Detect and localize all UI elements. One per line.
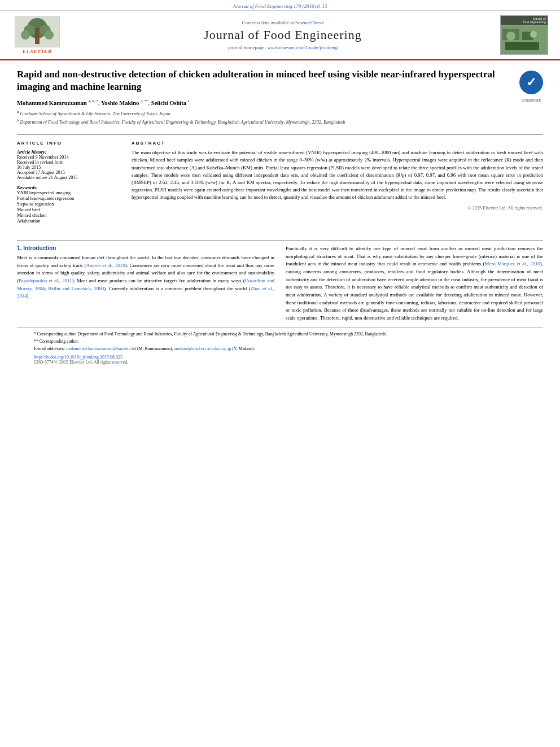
crossmark-icon: ✓ [519,71,543,94]
svg-rect-2 [35,28,40,44]
crossmark-badge[interactable]: ✓ [519,71,543,94]
ref-meza[interactable]: Meza-Márquez et al., 2010 [484,261,540,267]
author-2: Yoshio Makino [101,100,139,106]
keyword-2: Partial least-squares regression [17,196,121,201]
footnote-2: ** Corresponding author. [34,339,526,345]
article-title-section: Rapid and non-destructive detection of c… [17,68,543,129]
svg-rect-10 [505,42,539,50]
journal-top-bar: Journal of Food Engineering 170 (2016) 8… [0,0,560,11]
journal-cover-area: journal offood engineering [500,15,551,55]
ref-andree[interactable]: Andrée et al., 2010 [86,263,125,268]
journal-header: ELSEVIER Contents lists available at Sci… [0,11,560,60]
article-info-column: ARTICLE INFO Article history: Received 9… [17,141,121,224]
elsevier-logo: ELSEVIER [9,16,65,54]
history-label: Article history: [17,149,121,155]
elsevier-logo-area: ELSEVIER [9,16,65,54]
article-title: Rapid and non-destructive detection of c… [17,68,514,93]
journal-title: Journal of Food Engineering [71,28,495,42]
affiliation-1: a Graduate School of Agricultural & Life… [17,110,514,117]
abstract-text: The main objective of this study was to … [132,149,543,201]
footnote-3: E-mail addresses: mohammed.kamruzzaman@b… [34,346,526,352]
section-divider-1 [17,134,543,135]
svg-text:✓: ✓ [526,75,536,89]
article-history: Article history: Received 9 November 201… [17,149,121,180]
article-title-text: Rapid and non-destructive detection of c… [17,68,514,129]
received-date: Received 9 November 2014 [17,155,121,160]
sciencedirect-link[interactable]: ScienceDirect [295,20,323,25]
page-wrapper: Journal of Food Engineering 170 (2016) 8… [0,0,560,374]
introduction-heading: 1. Introduction [17,245,274,251]
copyright-line: © 2015 Elsevier Ltd. All rights reserved… [132,206,543,211]
author-3-sup: a [188,99,190,103]
intro-paragraph-1: Meat is a commonly consumed human diet t… [17,254,274,300]
elsevier-tree-graphic [15,16,60,47]
article-content: Rapid and non-destructive detection of c… [0,60,560,235]
svg-point-5 [21,30,30,40]
body-two-column: 1. Introduction Meat is a commonly consu… [17,245,543,325]
author-2-sup: a, ** [141,99,148,103]
cover-label: journal offood engineering [501,16,548,25]
authors-line: Mohammed Kamruzzaman a, b, *, Yoshio Mak… [17,99,514,106]
keyword-6: Adulteration [17,219,121,224]
svg-point-11 [506,32,515,41]
keywords-label: Keywords: [17,185,121,190]
homepage-link[interactable]: www.elsevier.com/locate/jfoodeng [267,45,338,50]
author-1-sup: a, b, * [89,99,98,103]
keyword-3: Stepwise regression [17,202,121,207]
body-content: 1. Introduction Meat is a commonly consu… [0,240,560,374]
intro-paragraph-2: Practically it is very difficult to iden… [286,245,543,322]
keyword-1: VNIR hyperspectral imaging [17,190,121,195]
journal-header-center: Contents lists available at ScienceDirec… [71,20,495,50]
author-3: Seiichi Oshita [151,100,186,106]
journal-cover-image: journal offood engineering [500,15,548,55]
doi-link[interactable]: http://dx.doi.org/10.1016/j.jfoodeng.201… [34,355,526,360]
author-1: Mohammed Kamruzzaman [17,100,87,106]
email-link-2[interactable]: anakino@mail.ecc.u-tokyo.ac.jp [174,346,231,351]
abstract-column: ABSTRACT The main objective of this stud… [132,141,543,224]
revised-date: Received in revised form16 July 2015 [17,160,121,170]
available-date: Available online 21 August 2015 [17,175,121,180]
keyword-4: Minced beef [17,207,121,212]
svg-point-6 [45,30,54,40]
footnote-1: * Corresponding author. Department of Fo… [34,331,526,338]
keyword-5: Minced chicken [17,213,121,218]
article-info-label: ARTICLE INFO [17,141,121,146]
abstract-label: ABSTRACT [132,141,543,146]
svg-point-12 [530,31,537,38]
footnotes-area: * Corresponding author. Department of Fo… [17,327,543,368]
keywords-section: Keywords: VNIR hyperspectral imaging Par… [17,185,121,224]
email-link-1[interactable]: mohammed.kamruzzaman@bau.edu.bd [66,346,136,351]
journal-citation: Journal of Food Engineering 170 (2016) 8… [233,3,327,9]
issn-line: 0260-8774/© 2015 Elsevier Ltd. All right… [34,360,526,365]
affiliations: a Graduate School of Agricultural & Life… [17,110,514,125]
elsevier-wordmark: ELSEVIER [23,49,52,54]
article-info-abstract: ARTICLE INFO Article history: Received 9… [17,141,543,224]
sciencedirect-line: Contents lists available at ScienceDirec… [71,20,495,25]
homepage-line: journal homepage: www.elsevier.com/locat… [71,45,495,50]
accepted-date: Accepted 17 August 2015 [17,170,121,175]
ref-papadopoulou[interactable]: Papadopoulou et al., 2011 [19,278,72,283]
body-left-column: 1. Introduction Meat is a commonly consu… [17,245,274,325]
affiliation-2: b Department of Food Technology and Rura… [17,118,514,125]
body-divider [17,240,543,241]
body-right-column: Practically it is very difficult to iden… [286,245,543,325]
